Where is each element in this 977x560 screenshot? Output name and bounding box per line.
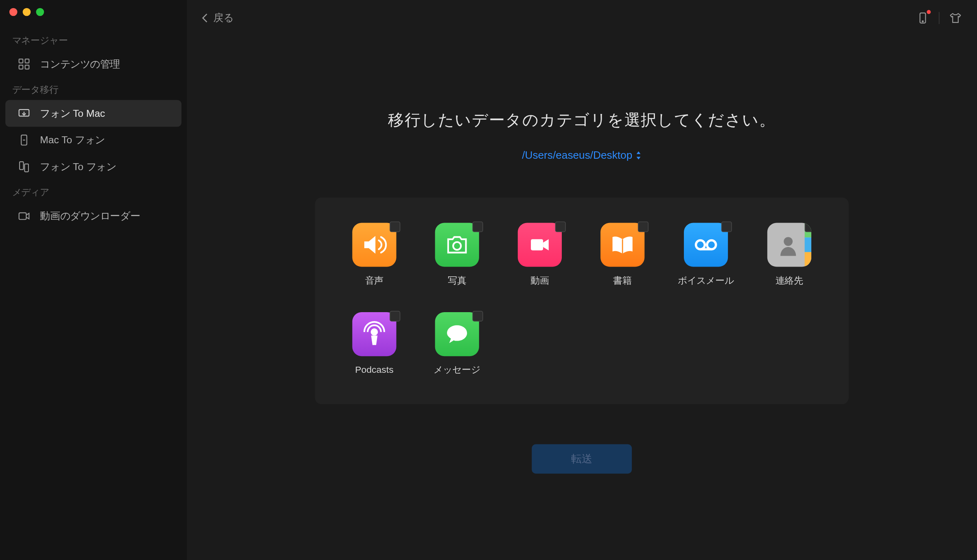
destination-path-selector[interactable]: /Users/easeus/Desktop — [522, 149, 642, 162]
page-title: 移行したいデータのカテゴリを選択してください。 — [388, 109, 775, 131]
main-content: 戻る 移行したいデータのカテゴリを選択してください。 /Users/easeus… — [187, 0, 977, 560]
sidebar-item-video-downloader[interactable]: 動画のダウンローダー — [5, 203, 182, 230]
category-label: 連絡先 — [775, 275, 804, 287]
grid-icon — [18, 57, 31, 71]
svg-point-11 — [453, 242, 461, 250]
audio-icon — [352, 223, 396, 267]
category-audio[interactable]: 音声 — [347, 223, 401, 287]
category-voicemail[interactable]: ボイスメール — [678, 223, 734, 287]
checkbox[interactable] — [472, 221, 483, 232]
sidebar-section-transfer: データ移行 — [0, 77, 187, 100]
category-contacts[interactable]: 連絡先 — [762, 223, 817, 287]
category-label: 書籍 — [613, 275, 632, 287]
category-video[interactable]: 動画 — [513, 223, 567, 287]
transfer-button[interactable]: 転送 — [532, 444, 632, 474]
mac-to-phone-icon — [18, 133, 31, 147]
photo-icon — [435, 223, 479, 267]
svg-rect-0 — [19, 59, 23, 63]
svg-point-15 — [784, 237, 793, 246]
sidebar-section-media: メディア — [0, 180, 187, 203]
svg-point-16 — [372, 329, 377, 335]
svg-point-14 — [707, 241, 716, 249]
category-label: ボイスメール — [678, 275, 734, 287]
category-messages[interactable]: メッセージ — [430, 312, 484, 376]
category-label: 音声 — [365, 275, 384, 287]
back-button[interactable]: 戻る — [202, 12, 234, 24]
app-window: マネージャー コンテンツの管理 データ移行 フォン To Mac — [0, 0, 977, 560]
sidebar-item-label: コンテンツの管理 — [40, 58, 120, 70]
svg-rect-2 — [19, 65, 23, 69]
sidebar-item-mac-to-phone[interactable]: Mac To フォン — [5, 127, 182, 153]
svg-rect-8 — [19, 213, 26, 219]
svg-rect-1 — [25, 59, 29, 63]
sidebar: マネージャー コンテンツの管理 データ移行 フォン To Mac — [0, 0, 187, 560]
category-label: 写真 — [448, 275, 467, 287]
category-panel: 音声 写真 動画 — [315, 197, 849, 404]
content-area: 移行したいデータのカテゴリを選択してください。 /Users/easeus/De… — [187, 36, 977, 560]
voicemail-icon — [684, 223, 728, 267]
svg-rect-12 — [531, 239, 543, 250]
notification-dot — [927, 10, 931, 14]
topbar: 戻る — [187, 0, 977, 36]
checkbox[interactable] — [472, 311, 483, 322]
destination-path-text: /Users/easeus/Desktop — [522, 149, 632, 162]
svg-rect-6 — [20, 162, 24, 169]
video-icon — [518, 223, 562, 267]
back-label: 戻る — [213, 12, 233, 24]
svg-point-13 — [696, 241, 705, 249]
checkbox[interactable] — [721, 221, 732, 232]
category-label: Podcasts — [355, 364, 393, 375]
checkbox[interactable] — [805, 223, 811, 232]
tshirt-icon[interactable] — [949, 11, 962, 25]
svg-point-10 — [922, 21, 923, 22]
category-label: メッセージ — [434, 364, 480, 376]
sidebar-item-phone-to-phone[interactable]: フォン To フォン — [5, 153, 182, 180]
checkbox[interactable] — [638, 221, 648, 232]
svg-rect-7 — [24, 164, 28, 172]
sidebar-item-content-management[interactable]: コンテンツの管理 — [5, 51, 182, 78]
books-icon — [600, 223, 644, 267]
contacts-icon — [767, 223, 811, 267]
sidebar-item-phone-to-mac[interactable]: フォン To Mac — [5, 100, 182, 127]
chevron-left-icon — [202, 13, 208, 23]
video-downloader-icon — [18, 210, 31, 223]
phone-to-mac-icon — [18, 107, 31, 120]
sort-arrows-icon — [635, 151, 642, 160]
maximize-window-button[interactable] — [36, 8, 44, 16]
sidebar-item-label: フォン To フォン — [40, 160, 116, 173]
checkbox[interactable] — [555, 221, 566, 232]
checkbox[interactable] — [390, 221, 400, 232]
device-icon[interactable] — [916, 11, 929, 25]
messages-icon — [435, 312, 479, 356]
svg-rect-3 — [25, 65, 29, 69]
sidebar-item-label: Mac To フォン — [40, 134, 105, 147]
close-window-button[interactable] — [9, 8, 18, 16]
sidebar-item-label: 動画のダウンローダー — [40, 210, 140, 222]
sidebar-item-label: フォン To Mac — [40, 107, 105, 120]
minimize-window-button[interactable] — [23, 8, 31, 16]
category-photo[interactable]: 写真 — [430, 223, 484, 287]
category-books[interactable]: 書籍 — [595, 223, 650, 287]
window-controls — [0, 8, 187, 28]
podcasts-icon — [352, 312, 396, 356]
topbar-actions — [916, 11, 962, 25]
checkbox[interactable] — [390, 311, 400, 322]
category-label: 動画 — [530, 275, 549, 287]
category-podcasts[interactable]: Podcasts — [347, 312, 401, 376]
sidebar-section-manager: マネージャー — [0, 28, 187, 51]
phone-to-phone-icon — [18, 160, 31, 173]
divider — [939, 12, 940, 24]
